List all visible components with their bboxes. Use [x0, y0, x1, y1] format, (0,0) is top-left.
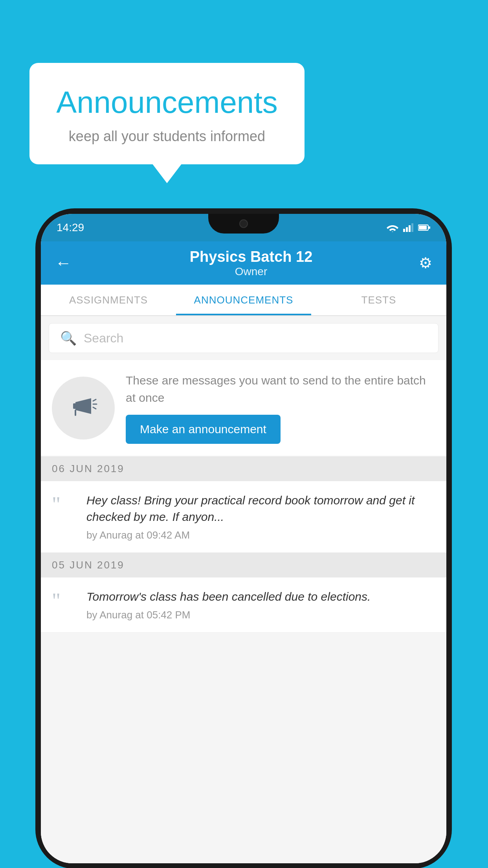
battery-icon [418, 224, 431, 231]
svg-line-11 [93, 407, 96, 409]
quote-icon-2: " [52, 590, 75, 611]
status-bar: 14:29 [41, 214, 446, 241]
speech-bubble-subtitle: keep all your students informed [53, 128, 281, 145]
wifi-icon [387, 223, 398, 232]
notch [208, 214, 279, 234]
search-bar[interactable]: 🔍 Search [49, 323, 438, 353]
announcement-meta-1: by Anurag at 09:42 AM [86, 529, 435, 541]
cta-description: These are messages you want to send to t… [126, 372, 435, 406]
announcement-content-2: Tomorrow's class has been cancelled due … [86, 588, 435, 621]
back-button[interactable]: ← [55, 254, 72, 272]
svg-rect-3 [411, 223, 413, 232]
batch-role: Owner [83, 265, 419, 278]
phone-frame: 14:29 [35, 208, 452, 868]
settings-icon[interactable]: ⚙ [419, 254, 432, 272]
svg-rect-0 [403, 229, 405, 232]
svg-rect-7 [73, 403, 76, 409]
cta-section: These are messages you want to send to t… [41, 360, 446, 456]
announcement-item-1[interactable]: " Hey class! Bring your practical record… [41, 481, 446, 553]
status-icons [387, 223, 431, 232]
phone-screen: 14:29 [41, 214, 446, 863]
signal-icon [403, 223, 413, 232]
announcement-item-2[interactable]: " Tomorrow's class has been cancelled du… [41, 577, 446, 633]
tab-tests[interactable]: TESTS [311, 285, 446, 315]
batch-title: Physics Batch 12 [83, 248, 419, 265]
quote-icon-1: " [52, 494, 75, 515]
megaphone-icon [68, 392, 99, 424]
announcement-text-1: Hey class! Bring your practical record b… [86, 492, 435, 525]
search-icon: 🔍 [60, 330, 77, 346]
search-placeholder: Search [84, 331, 123, 346]
cta-right: These are messages you want to send to t… [126, 372, 435, 444]
app-bar: ← Physics Batch 12 Owner ⚙ [41, 241, 446, 285]
make-announcement-button[interactable]: Make an announcement [126, 415, 281, 444]
announcement-icon-circle [52, 377, 115, 440]
tab-assignments[interactable]: ASSIGNMENTS [41, 285, 176, 315]
speech-bubble: Announcements keep all your students inf… [29, 63, 305, 164]
announcement-content-1: Hey class! Bring your practical record b… [86, 492, 435, 541]
app-bar-title: Physics Batch 12 Owner [83, 248, 419, 278]
date-divider-2: 05 JUN 2019 [41, 553, 446, 577]
date-divider-1: 06 JUN 2019 [41, 456, 446, 481]
announcement-meta-2: by Anurag at 05:42 PM [86, 609, 435, 621]
announcement-text-2: Tomorrow's class has been cancelled due … [86, 588, 435, 605]
camera-dot [239, 219, 248, 228]
svg-rect-6 [429, 226, 430, 229]
tab-announcements[interactable]: ANNOUNCEMENTS [176, 285, 311, 315]
tabs-bar: ASSIGNMENTS ANNOUNCEMENTS TESTS [41, 285, 446, 316]
svg-line-9 [93, 399, 96, 401]
content-area: 🔍 Search These are me [41, 316, 446, 863]
status-time: 14:29 [57, 221, 84, 234]
speech-bubble-title: Announcements [53, 85, 281, 120]
svg-rect-1 [406, 227, 408, 232]
svg-rect-5 [419, 226, 427, 230]
svg-rect-2 [409, 225, 411, 232]
